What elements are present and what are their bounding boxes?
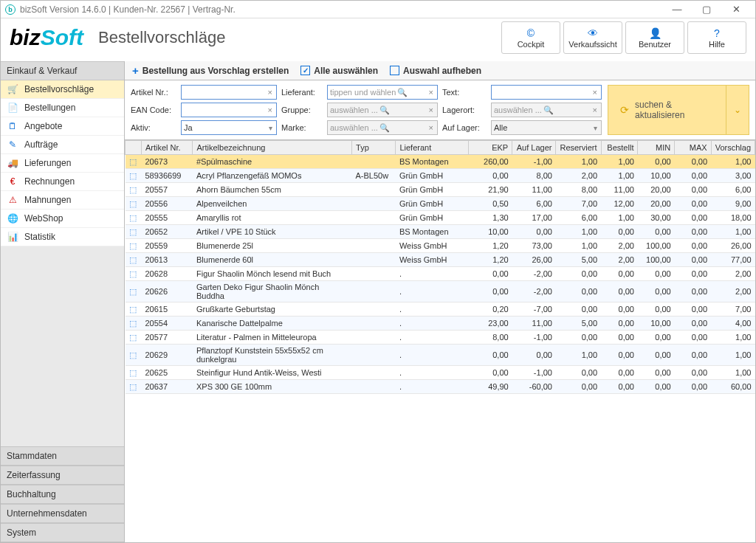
filter-lagerort-select[interactable]: auswählen ...🔍× (491, 103, 602, 117)
filter-marke-select[interactable]: auswählen ...🔍× (327, 120, 438, 135)
sidebar-item-angebote[interactable]: 🗒Angebote (1, 117, 124, 136)
cell: Garten Deko Figur Shaolin Mönch Buddha (193, 281, 352, 302)
header-button-hilfe[interactable]: ?Hilfe (687, 21, 746, 54)
search-icon[interactable]: 🔍 (378, 123, 391, 133)
clear-icon[interactable]: × (427, 88, 435, 97)
table-row[interactable]: ⬚20673#SpülmaschineBS Montagen260,00-1,0… (126, 155, 755, 169)
column-header[interactable]: Lieferant (396, 141, 468, 155)
filter-artikel-input[interactable]: × (181, 85, 277, 100)
table-row[interactable]: ⬚58936699Acryl Pflanzengefäß MOMOsA-BL50… (126, 169, 755, 183)
table-row[interactable]: ⬚20626Garten Deko Figur Shaolin Mönch Bu… (126, 281, 755, 302)
table-row[interactable]: ⬚20559Blumenerde 25lWeiss GmbH1,2073,001… (126, 239, 755, 253)
cell: 12,00 (601, 197, 638, 211)
search-icon[interactable]: 🔍 (378, 106, 391, 115)
filter-auflager-select[interactable]: Alle▾ (491, 120, 602, 135)
table-row[interactable]: ⬚20652Artikel / VPE 10 StückBS Montagen1… (126, 225, 755, 239)
cell (352, 183, 396, 197)
cell: 0,00 (468, 345, 512, 366)
clear-icon[interactable]: × (591, 106, 599, 114)
create-order-button[interactable]: + Bestellung aus Vorschlag erstellen (132, 64, 289, 77)
row-icon: ⬚ (129, 350, 137, 359)
cell: Kanarische Dattelpalme (193, 317, 352, 331)
select-all-button[interactable]: ✓ Alle auswählen (300, 66, 378, 76)
sidebar-item-mahnungen[interactable]: ⚠Mahnungen (1, 191, 124, 210)
minimize-button[interactable]: — (662, 1, 692, 18)
table-row[interactable]: ⬚20555Amaryllis rotGrün GmbH1,3017,006,0… (126, 211, 755, 225)
table-row[interactable]: ⬚20577Literatur - Palmen in Mitteleuropa… (126, 331, 755, 345)
sidebar-item-rechnungen[interactable]: €Rechnungen (1, 173, 124, 191)
filter-aktiv-select[interactable]: Ja▾ (181, 120, 277, 135)
clear-icon[interactable]: × (427, 106, 435, 114)
sidebar-section-buchhaltung[interactable]: Buchhaltung (1, 485, 124, 504)
header-button-verkaufssicht[interactable]: 👁Verkaufssicht (563, 21, 622, 54)
table-row[interactable]: ⬚20556AlpenveilchenGrün GmbH0,506,007,00… (126, 197, 755, 211)
filter-text-input[interactable]: × (491, 85, 602, 100)
column-header[interactable]: Auf Lager (512, 141, 556, 155)
table-row[interactable]: ⬚20628Figur Shaolin Mönch lesend mit Buc… (126, 267, 755, 281)
sidebar-item-lieferungen[interactable]: 🚚Lieferungen (1, 154, 124, 173)
deselect-button[interactable]: Auswahl aufheben (390, 66, 481, 76)
cell: 0,00 (675, 302, 711, 317)
search-icon[interactable]: 🔍 (542, 106, 555, 115)
close-button[interactable]: ✕ (721, 1, 751, 18)
clear-icon[interactable]: × (267, 106, 274, 114)
chevron-down-icon[interactable]: ▾ (592, 124, 599, 132)
chevron-down-icon[interactable]: ▾ (267, 124, 274, 132)
column-header[interactable]: Typ (352, 141, 396, 155)
cell: 20626 (141, 281, 193, 302)
search-refresh-button[interactable]: ⟳ suchen & aktualisieren (608, 85, 726, 135)
clear-icon[interactable]: × (267, 88, 274, 97)
sidebar-item-aufträge[interactable]: ✎Aufträge (1, 136, 124, 154)
cell: 0,00 (601, 380, 638, 394)
sidebar-item-bestellvorschläge[interactable]: 🛒Bestellvorschläge (1, 80, 124, 99)
sidebar-section-unternehmensdaten[interactable]: Unternehmensdaten (1, 504, 124, 523)
header-button-cockpit[interactable]: ©Cockpit (501, 21, 560, 54)
table-container[interactable]: Artikel Nr.ArtikelbezeichnungTypLieferan… (125, 140, 755, 542)
column-header[interactable]: EKP (468, 141, 512, 155)
cell: 20613 (141, 253, 193, 267)
table-row[interactable]: ⬚20557Ahorn Bäumchen 55cmGrün GmbH21,901… (126, 183, 755, 197)
column-header[interactable]: Artikel Nr. (141, 141, 193, 155)
column-header[interactable]: Vorschlag (711, 141, 755, 155)
clear-icon[interactable]: × (427, 123, 435, 132)
table-row[interactable]: ⬚20637XPS 300 GE 100mm.49,90-60,000,000,… (126, 380, 755, 394)
search-icon[interactable]: 🔍 (396, 88, 409, 97)
sidebar-section-zeiterfassung[interactable]: Zeiterfassung (1, 466, 124, 485)
column-header[interactable]: Artikelbezeichnung (193, 141, 352, 155)
column-header[interactable]: MAX (675, 141, 711, 155)
sidebar-section-einkauf[interactable]: Einkauf & Verkauf (1, 61, 124, 80)
cell: Pflanztopf Kunststein 55x55x52 cm dunkel… (193, 345, 352, 366)
filter-gruppe-select[interactable]: auswählen ...🔍× (327, 103, 438, 117)
cell: Ahorn Bäumchen 55cm (193, 183, 352, 197)
cell (352, 317, 396, 331)
table-row[interactable]: ⬚20554Kanarische Dattelpalme.23,0011,005… (126, 317, 755, 331)
table-row[interactable]: ⬚20625Steinfigur Hund Antik-Weiss, Westi… (126, 366, 755, 380)
sidebar-item-webshop[interactable]: 🌐WebShop (1, 210, 124, 228)
filter-ean-input[interactable]: × (181, 103, 277, 117)
placeholder-text: auswählen ... (494, 106, 542, 114)
header-button-benutzer[interactable]: 👤Benutzer (625, 21, 684, 54)
sidebar-section-stammdaten[interactable]: Stammdaten (1, 446, 124, 466)
cell (352, 197, 396, 211)
table-row[interactable]: ⬚20629Pflanztopf Kunststein 55x55x52 cm … (126, 345, 755, 366)
table-row[interactable]: ⬚20613Blumenerde 60lWeiss GmbH1,2026,005… (126, 253, 755, 267)
filter-lieferant-input[interactable]: tippen und wählen🔍× (327, 85, 438, 100)
checkbox-empty-icon (390, 66, 399, 75)
cell: Grün GmbH (396, 197, 468, 211)
column-header[interactable] (126, 141, 142, 155)
cell: 0,00 (601, 302, 638, 317)
window-titlebar: b bizSoft Version 14.6.0 | Kunden-Nr. 22… (1, 1, 755, 18)
maximize-button[interactable]: ▢ (692, 1, 721, 18)
table-row[interactable]: ⬚20615Grußkarte Geburtstag.0,20-7,000,00… (126, 302, 755, 317)
column-header[interactable]: MIN (638, 141, 675, 155)
column-header[interactable]: Bestellt (601, 141, 638, 155)
column-header[interactable]: Reserviert (556, 141, 601, 155)
sidebar-item-statistik[interactable]: 📊Statistik (1, 228, 124, 246)
sidebar-item-bestellungen[interactable]: 📄Bestellungen (1, 99, 124, 117)
row-icon: ⬚ (129, 333, 137, 342)
clear-icon[interactable]: × (591, 88, 599, 97)
cell: 20577 (141, 331, 193, 345)
cell: 1,00 (601, 155, 638, 169)
search-dropdown-button[interactable]: ⌄ (726, 85, 749, 135)
sidebar-section-system[interactable]: System (1, 523, 124, 542)
